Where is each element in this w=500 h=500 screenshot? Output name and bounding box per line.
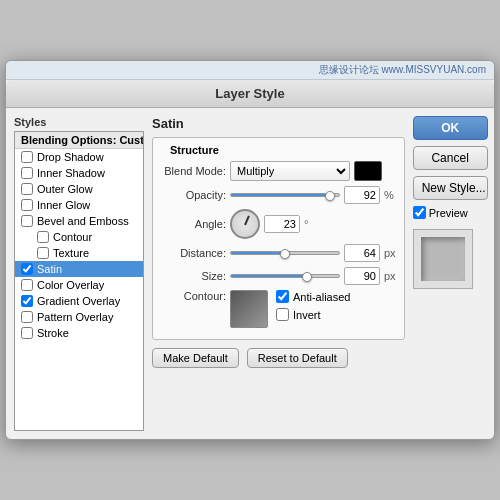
drop-shadow-checkbox[interactable] xyxy=(21,151,33,163)
left-panel: Styles Blending Options: Custom Drop Sha… xyxy=(14,116,144,431)
sidebar-item-texture[interactable]: Texture xyxy=(15,245,143,261)
outer-glow-checkbox[interactable] xyxy=(21,183,33,195)
blend-color-swatch[interactable] xyxy=(354,161,382,181)
opacity-slider[interactable] xyxy=(230,193,340,197)
angle-input[interactable] xyxy=(264,215,300,233)
inner-shadow-checkbox[interactable] xyxy=(21,167,33,179)
new-style-button[interactable]: New Style... xyxy=(413,176,488,200)
sidebar-item-inner-shadow[interactable]: Inner Shadow xyxy=(15,165,143,181)
buttons-column: OK Cancel New Style... Preview xyxy=(413,116,488,368)
sidebar-item-inner-glow[interactable]: Inner Glow xyxy=(15,197,143,213)
preview-label: Preview xyxy=(429,207,468,219)
main-content: Satin Structure Blend Mode: Multiply Nor… xyxy=(152,116,405,368)
size-label: Size: xyxy=(161,270,226,282)
blend-mode-label: Blend Mode: xyxy=(161,165,226,177)
outer-glow-label: Outer Glow xyxy=(37,183,93,195)
size-row: Size: px xyxy=(161,267,396,285)
distance-label: Distance: xyxy=(161,247,226,259)
bottom-buttons: Make Default Reset to Default xyxy=(152,348,405,368)
bevel-emboss-label: Bevel and Emboss xyxy=(37,215,129,227)
right-area: Satin Structure Blend Mode: Multiply Nor… xyxy=(152,116,488,431)
top-banner: 思缘设计论坛 www.MISSVYUAN.com xyxy=(6,61,494,80)
angle-label: Angle: xyxy=(161,218,226,230)
contour-label: Contour xyxy=(53,231,92,243)
gradient-overlay-checkbox[interactable] xyxy=(21,295,33,307)
drop-shadow-label: Drop Shadow xyxy=(37,151,104,163)
sidebar-item-bevel-emboss[interactable]: Bevel and Emboss xyxy=(15,213,143,229)
distance-input[interactable] xyxy=(344,244,380,262)
texture-checkbox[interactable] xyxy=(37,247,49,259)
sidebar-item-blending[interactable]: Blending Options: Custom xyxy=(15,132,143,149)
inner-glow-label: Inner Glow xyxy=(37,199,90,211)
content-buttons-row: Satin Structure Blend Mode: Multiply Nor… xyxy=(152,116,488,368)
opacity-row: Opacity: % xyxy=(161,186,396,204)
angle-dial[interactable] xyxy=(230,209,260,239)
sidebar-item-color-overlay[interactable]: Color Overlay xyxy=(15,277,143,293)
sidebar-item-contour[interactable]: Contour xyxy=(15,229,143,245)
reset-default-button[interactable]: Reset to Default xyxy=(247,348,348,368)
banner-text: 思缘设计论坛 www.MISSVYUAN.com xyxy=(319,64,486,75)
styles-label: Styles xyxy=(14,116,144,128)
angle-row: Angle: ° xyxy=(161,209,396,239)
color-overlay-checkbox[interactable] xyxy=(21,279,33,291)
sidebar-item-stroke[interactable]: Stroke xyxy=(15,325,143,341)
sidebar-item-outer-glow[interactable]: Outer Glow xyxy=(15,181,143,197)
opacity-unit: % xyxy=(384,189,394,201)
gradient-overlay-label: Gradient Overlay xyxy=(37,295,120,307)
blend-mode-select[interactable]: Multiply Normal Screen Overlay xyxy=(230,161,350,181)
layer-style-dialog: 思缘设计论坛 www.MISSVYUAN.com Layer Style Sty… xyxy=(5,60,495,440)
invert-label: Invert xyxy=(293,309,321,321)
size-input[interactable] xyxy=(344,267,380,285)
contour-checkbox[interactable] xyxy=(37,231,49,243)
distance-slider[interactable] xyxy=(230,251,340,255)
pattern-overlay-label: Pattern Overlay xyxy=(37,311,113,323)
size-unit: px xyxy=(384,270,396,282)
blending-label: Blending Options: Custom xyxy=(21,134,144,146)
contour-preview[interactable] xyxy=(230,290,268,328)
stroke-label: Stroke xyxy=(37,327,69,339)
structure-box: Structure Blend Mode: Multiply Normal Sc… xyxy=(152,137,405,340)
dialog-body: Styles Blending Options: Custom Drop Sha… xyxy=(6,108,494,439)
distance-unit: px xyxy=(384,247,396,259)
cancel-button[interactable]: Cancel xyxy=(413,146,488,170)
distance-row: Distance: px xyxy=(161,244,396,262)
preview-inner xyxy=(421,237,465,281)
preview-checkbox-row: Preview xyxy=(413,206,488,219)
styles-list: Blending Options: Custom Drop Shadow Inn… xyxy=(14,131,144,431)
preview-area xyxy=(413,229,473,289)
inner-glow-checkbox[interactable] xyxy=(21,199,33,211)
angle-unit: ° xyxy=(304,218,308,230)
contour-row: Contour: Anti-aliased Invert xyxy=(161,290,396,328)
invert-checkbox[interactable] xyxy=(276,308,289,321)
ok-button[interactable]: OK xyxy=(413,116,488,140)
invert-row: Invert xyxy=(276,308,350,321)
inner-shadow-label: Inner Shadow xyxy=(37,167,105,179)
pattern-overlay-checkbox[interactable] xyxy=(21,311,33,323)
opacity-label: Opacity: xyxy=(161,189,226,201)
color-overlay-label: Color Overlay xyxy=(37,279,104,291)
contour-row-label: Contour: xyxy=(161,290,226,302)
make-default-button[interactable]: Make Default xyxy=(152,348,239,368)
satin-label: Satin xyxy=(37,263,62,275)
stroke-checkbox[interactable] xyxy=(21,327,33,339)
size-slider[interactable] xyxy=(230,274,340,278)
anti-aliased-label: Anti-aliased xyxy=(293,291,350,303)
anti-aliased-checkbox[interactable] xyxy=(276,290,289,303)
sidebar-item-drop-shadow[interactable]: Drop Shadow xyxy=(15,149,143,165)
anti-aliased-row: Anti-aliased xyxy=(276,290,350,303)
blend-mode-row: Blend Mode: Multiply Normal Screen Overl… xyxy=(161,161,396,181)
texture-label: Texture xyxy=(53,247,89,259)
bevel-emboss-checkbox[interactable] xyxy=(21,215,33,227)
preview-checkbox[interactable] xyxy=(413,206,426,219)
sidebar-item-gradient-overlay[interactable]: Gradient Overlay xyxy=(15,293,143,309)
satin-checkbox[interactable] xyxy=(21,263,33,275)
sidebar-item-pattern-overlay[interactable]: Pattern Overlay xyxy=(15,309,143,325)
sidebar-item-satin[interactable]: Satin xyxy=(15,261,143,277)
opacity-input[interactable] xyxy=(344,186,380,204)
structure-label: Structure xyxy=(167,144,222,156)
dialog-title: Layer Style xyxy=(6,80,494,108)
satin-section-title: Satin xyxy=(152,116,405,131)
